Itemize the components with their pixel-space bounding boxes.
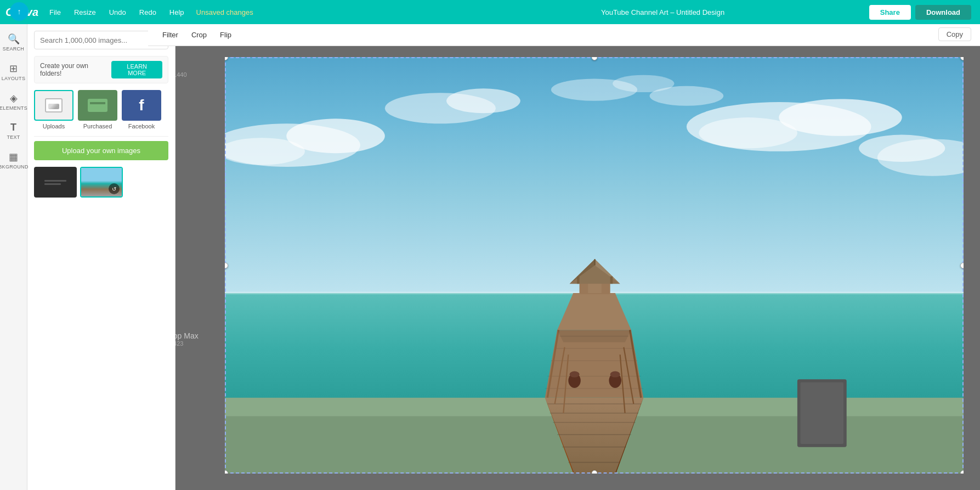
sidebar-label-background: BKGROUND <box>0 164 29 170</box>
share-button[interactable]: Share <box>869 5 911 20</box>
folder-banner: Create your own folders! LEARN MORE <box>34 56 168 83</box>
svg-point-54 <box>570 371 580 378</box>
source-tab-uploads[interactable]: Uploads <box>34 90 73 129</box>
svg-point-7 <box>779 99 902 136</box>
main-canvas-area: TV 2560 x 1440 Desktop Max 2560 x 423 <box>148 46 980 490</box>
thumbnail-edit-icon: ↺ <box>109 183 120 194</box>
sidebar-label-layouts: LAYOUTS <box>2 76 25 81</box>
user-avatar-icon: ↑ <box>18 7 21 16</box>
card-icon <box>88 99 107 112</box>
svg-point-5 <box>446 88 520 113</box>
edit-icon: ↺ <box>112 186 116 192</box>
sidebar-item-elements[interactable]: ◈ ELEMENTS <box>1 88 26 115</box>
layouts-icon: ⊞ <box>9 63 18 75</box>
menu-items: File Resize Undo Redo Help Unsaved chang… <box>44 6 456 19</box>
download-button[interactable]: Download <box>915 5 971 20</box>
canvas-image[interactable] <box>225 57 964 474</box>
template-line-1 <box>44 180 66 182</box>
upload-panel: ▾ Create your own folders! LEARN MORE Up… <box>27 24 175 490</box>
elements-icon: ◈ <box>10 92 18 104</box>
facebook-icon: f <box>139 97 144 114</box>
source-tabs: Uploads Purchased f Facebook <box>34 90 168 129</box>
facebook-label: Facebook <box>128 123 155 129</box>
svg-rect-41 <box>577 277 579 284</box>
sidebar-item-layouts[interactable]: ⊞ LAYOUTS <box>1 58 26 86</box>
search-icon: 🔍 <box>8 33 20 45</box>
secondary-toolbar: Filter Crop Flip Copy <box>148 24 980 46</box>
source-tab-facebook[interactable]: f Facebook <box>122 90 161 129</box>
sidebar-label-text: TEXT <box>7 134 20 140</box>
thumbnail-dark-template[interactable] <box>34 167 77 198</box>
flip-button[interactable]: Flip <box>214 29 237 41</box>
uploads-label: Uploads <box>43 123 65 129</box>
document-title: YouTube Channel Art – Untitled Design <box>456 8 869 16</box>
copy-button[interactable]: Copy <box>938 27 971 41</box>
image-placeholder-icon <box>45 98 63 112</box>
sidebar-item-search[interactable]: 🔍 SEARCH <box>1 29 26 56</box>
sidebar-label-search: SEARCH <box>3 46 24 52</box>
beach-scene-svg <box>225 57 964 474</box>
template-line-2 <box>44 183 61 185</box>
divider <box>34 136 168 137</box>
svg-rect-42 <box>610 277 613 284</box>
svg-point-13 <box>650 86 724 106</box>
thumbnails-grid: ↺ <box>34 167 168 198</box>
purchased-label: Purchased <box>83 123 112 129</box>
source-tab-purchased[interactable]: Purchased <box>78 90 117 129</box>
text-icon: T <box>10 122 16 133</box>
background-icon: ▦ <box>9 151 18 163</box>
learn-more-button[interactable]: LEARN MORE <box>111 61 162 78</box>
sidebar: 🔍 SEARCH ⊞ LAYOUTS ◈ ELEMENTS T TEXT ▦ B… <box>0 24 27 490</box>
svg-point-10 <box>859 135 945 162</box>
user-avatar[interactable]: ↑ <box>10 2 29 21</box>
menu-help[interactable]: Help <box>164 6 190 19</box>
svg-point-8 <box>699 117 797 148</box>
svg-point-56 <box>610 371 620 378</box>
svg-rect-52 <box>801 382 844 444</box>
crop-button[interactable]: Crop <box>186 29 212 41</box>
menu-resize[interactable]: Resize <box>69 6 101 19</box>
purchased-thumb <box>78 90 117 121</box>
upload-images-button[interactable]: Upload your own images <box>34 141 168 160</box>
svg-rect-43 <box>588 284 602 293</box>
filter-button[interactable]: Filter <box>157 29 184 41</box>
svg-marker-50 <box>557 330 631 342</box>
menu-file[interactable]: File <box>44 6 66 19</box>
sidebar-label-elements: ELEMENTS <box>0 105 27 111</box>
uploads-thumb <box>34 90 73 121</box>
dark-template-preview <box>34 167 77 198</box>
thumbnail-beach[interactable]: ↺ <box>80 167 123 198</box>
menu-undo[interactable]: Undo <box>104 6 132 19</box>
menu-redo[interactable]: Redo <box>134 6 162 19</box>
topbar: Canva File Resize Undo Redo Help Unsaved… <box>0 0 980 24</box>
folder-text: Create your own folders! <box>40 62 111 77</box>
template-lines <box>44 180 66 185</box>
facebook-thumb: f <box>122 90 161 121</box>
sidebar-item-text[interactable]: T TEXT <box>1 117 26 144</box>
sidebar-item-background[interactable]: ▦ BKGROUND <box>1 147 26 174</box>
topbar-right-buttons: Share Download <box>869 5 980 20</box>
unsaved-indicator: Unsaved changes <box>196 8 253 16</box>
